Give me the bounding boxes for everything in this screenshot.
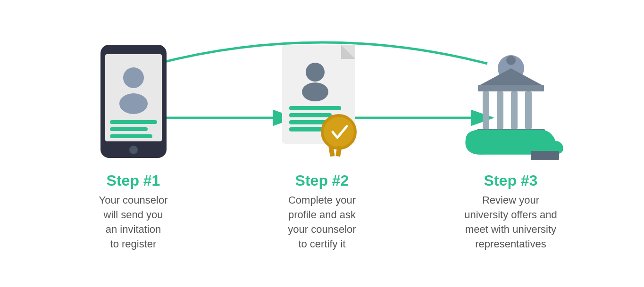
- step1-label: Step #1: [107, 172, 160, 189]
- step-2: Step #2 Complete yourprofile and askyour…: [247, 35, 398, 251]
- svg-point-6: [119, 93, 148, 114]
- svg-rect-28: [497, 91, 503, 129]
- step3-icon-area: [459, 35, 563, 167]
- step-1: Step #1 Your counselorwill send youan in…: [58, 35, 209, 251]
- university-icon: [459, 42, 563, 160]
- step1-icon-area: [82, 35, 185, 167]
- svg-point-24: [506, 56, 516, 65]
- svg-marker-25: [480, 68, 542, 85]
- step2-label: Step #2: [295, 172, 349, 189]
- svg-point-4: [129, 146, 138, 154]
- svg-rect-26: [478, 85, 544, 91]
- step3-desc: Review youruniversity offers andmeet wit…: [464, 193, 557, 251]
- document-icon: [275, 40, 369, 163]
- step1-desc: Your counselorwill send youan invitation…: [99, 193, 168, 251]
- phone-icon: [96, 42, 171, 160]
- steps-row: Step #1 Your counselorwill send youan in…: [39, 35, 605, 251]
- step-3: Step #3 Review youruniversity offers and…: [435, 35, 586, 251]
- svg-point-5: [123, 67, 144, 88]
- svg-point-13: [306, 63, 325, 82]
- step2-icon-area: [270, 35, 374, 167]
- svg-rect-9: [110, 134, 152, 138]
- main-container: Step #1 Your counselorwill send youan in…: [39, 35, 605, 251]
- svg-rect-15: [289, 106, 341, 110]
- svg-rect-8: [110, 127, 148, 131]
- svg-point-14: [302, 82, 328, 101]
- step3-label: Step #3: [484, 172, 538, 189]
- svg-rect-29: [511, 91, 518, 129]
- svg-rect-30: [525, 91, 532, 129]
- svg-rect-16: [289, 113, 332, 117]
- svg-rect-7: [110, 120, 157, 124]
- svg-rect-27: [483, 91, 489, 129]
- step2-desc: Complete yourprofile and askyour counsel…: [288, 193, 356, 251]
- svg-rect-33: [531, 151, 559, 160]
